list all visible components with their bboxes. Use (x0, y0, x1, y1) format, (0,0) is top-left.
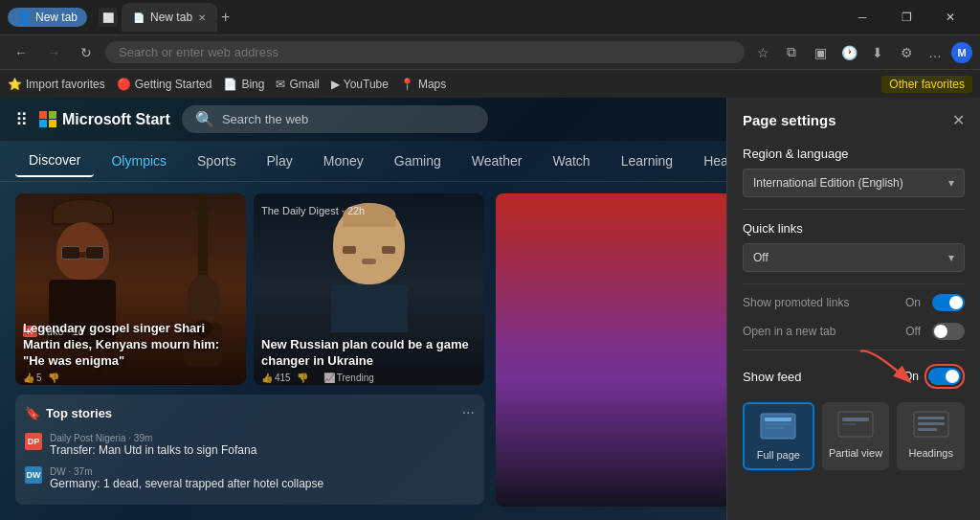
tab-close-button[interactable]: ✕ (198, 12, 206, 23)
profile-icon[interactable]: M (951, 42, 972, 63)
import-icon: ⭐ (8, 78, 22, 91)
svg-rect-10 (918, 422, 945, 425)
story-item-2[interactable]: DW DW · 37m Germany: 1 dead, several tra… (25, 463, 475, 496)
tab-watch[interactable]: Watch (539, 146, 603, 176)
tab-play[interactable]: Play (254, 146, 306, 176)
settings-icon[interactable]: … (923, 40, 947, 65)
stories-more-button[interactable]: ··· (462, 404, 475, 421)
active-tab[interactable]: 📄 New tab ✕ (122, 3, 217, 32)
feed-opt-headings-label: Headings (901, 447, 961, 459)
extensions-icon[interactable]: ⚙ (894, 40, 919, 65)
import-favorites[interactable]: ⭐ Import favorites (8, 78, 105, 91)
tab-label: New tab (150, 11, 192, 24)
back-button[interactable]: ← (8, 39, 34, 66)
open-new-tab-toggle[interactable] (932, 323, 965, 340)
collections-icon[interactable]: ⧉ (779, 40, 804, 65)
card-2-title: New Russian plan could be a game changer… (261, 337, 477, 370)
minimize-button[interactable]: ─ (840, 3, 884, 32)
svg-rect-4 (765, 427, 784, 429)
region-value: International Edition (English) (753, 176, 903, 190)
maps-fav[interactable]: 📍 Maps (400, 78, 446, 91)
new-tab-button[interactable]: + (221, 9, 230, 26)
grid-menu-icon[interactable]: ⠿ (15, 109, 28, 130)
other-favorites[interactable]: Other favorites (881, 76, 972, 93)
svg-rect-9 (918, 417, 945, 419)
full-page-icon (748, 412, 809, 445)
story-1-headline: Transfer: Man Utd in talks to sign Fofan… (50, 443, 475, 459)
address-input[interactable] (105, 41, 745, 63)
stories-title-text: Top stories (46, 406, 112, 420)
tab-learning[interactable]: Learning (608, 146, 687, 176)
region-dropdown[interactable]: International Edition (English) ▾ (743, 169, 965, 197)
address-icons: ☆ ⧉ ▣ 🕐 ⬇ ⚙ … M (750, 40, 972, 65)
favorites-icon[interactable]: ☆ (750, 40, 775, 65)
card-2-dislike[interactable]: 👎 (297, 373, 308, 383)
story-item-1[interactable]: DP Daily Post Nigeria · 39m Transfer: Ma… (25, 429, 475, 463)
youtube-label: YouTube (344, 78, 389, 91)
import-label: Import favorites (26, 78, 105, 91)
svg-rect-1 (761, 414, 795, 439)
tab-gaming[interactable]: Gaming (381, 146, 455, 176)
partial-view-icon (826, 410, 886, 443)
show-feed-label: Show feed (743, 370, 801, 384)
open-new-tab-toggle-wrap: Off (905, 323, 965, 340)
tab-sports[interactable]: Sports (184, 146, 249, 176)
tab-bar: 👤 New tab ⬜ 📄 New tab ✕ + ─ ❐ ✕ (0, 0, 980, 34)
downloads-icon[interactable]: ⬇ (865, 40, 890, 65)
browser-window: 👤 New tab ⬜ 📄 New tab ✕ + ─ ❐ ✕ ← → ↻ ☆ … (0, 0, 980, 98)
maps-icon: 📍 (400, 78, 414, 91)
story-1-abbr: DP (28, 437, 40, 446)
tab-money[interactable]: Money (310, 146, 377, 176)
quick-links-section: Quick links Off ▾ (727, 214, 980, 280)
card-2-like[interactable]: 👍 415 (261, 373, 291, 383)
card-1-dislike[interactable]: 👎 (48, 373, 59, 383)
gmail-icon: ✉ (276, 78, 285, 91)
bing-fav[interactable]: 📄 Bing (223, 78, 264, 91)
tab-sports-label: Sports (197, 153, 235, 169)
ms-search-box[interactable]: 🔍 (182, 105, 488, 133)
divider-2 (743, 283, 965, 284)
stories-title: 🔖 Top stories (25, 406, 112, 420)
gmail-fav[interactable]: ✉ Gmail (276, 78, 319, 91)
card-2-source: The Daily Digest · 22h (261, 201, 365, 218)
show-feed-toggle[interactable] (928, 368, 961, 385)
tab-discover[interactable]: Discover (15, 145, 94, 177)
close-button[interactable]: ✕ (928, 3, 972, 32)
tab-olympics[interactable]: Olympics (98, 146, 180, 176)
panel-close-button[interactable]: ✕ (952, 111, 965, 129)
card-2-trending: 📈 Trending (323, 373, 374, 383)
maximize-button[interactable]: ❐ (884, 3, 928, 32)
svg-rect-11 (918, 428, 937, 431)
history-icon[interactable]: 🕐 (836, 40, 861, 65)
svg-rect-2 (765, 418, 791, 421)
tab-gaming-label: Gaming (394, 153, 441, 169)
hero-grid: K Tuko · 1d Legendary gospel singer Shar… (15, 193, 484, 385)
tab-weather[interactable]: Weather (458, 146, 536, 176)
getting-started-icon: 🔴 (117, 78, 131, 91)
news-card-2[interactable]: The Daily Digest · 22h New Russian plan … (254, 193, 484, 385)
tab-groups-icon[interactable]: ▣ (808, 40, 833, 65)
logo-sq-yellow (49, 120, 56, 127)
search-icon: 🔍 (195, 110, 214, 128)
sign-in-button[interactable]: 👤 New tab (8, 8, 87, 27)
feed-opt-headings[interactable]: Headings (897, 402, 965, 470)
youtube-fav[interactable]: ▶ YouTube (331, 78, 389, 91)
ms-search-input[interactable] (222, 112, 475, 126)
svg-rect-7 (842, 423, 857, 425)
story-2-text: DW · 37m Germany: 1 dead, several trappe… (50, 466, 475, 492)
feed-opt-partial-view[interactable]: Partial view (822, 402, 890, 470)
top-stories-section: 🔖 Top stories ··· DP Daily Post Nigeria … (15, 395, 484, 505)
getting-started-fav[interactable]: 🔴 Getting Started (117, 78, 212, 91)
refresh-button[interactable]: ↻ (73, 39, 100, 66)
quick-links-dropdown[interactable]: Off ▾ (743, 243, 965, 272)
news-card-1[interactable]: K Tuko · 1d Legendary gospel singer Shar… (15, 193, 246, 385)
feed-options: Full page Partial view (727, 395, 980, 478)
card-1-like[interactable]: 👍 5 (23, 373, 42, 383)
tab-bar-left: 👤 New tab (8, 8, 87, 27)
svg-rect-3 (765, 423, 791, 425)
show-promoted-toggle[interactable] (932, 294, 965, 311)
feed-opt-full-page[interactable]: Full page (743, 402, 814, 470)
stories-header: 🔖 Top stories ··· (25, 404, 475, 421)
forward-button[interactable]: → (40, 39, 67, 66)
show-feed-toggle-highlight (924, 364, 965, 389)
